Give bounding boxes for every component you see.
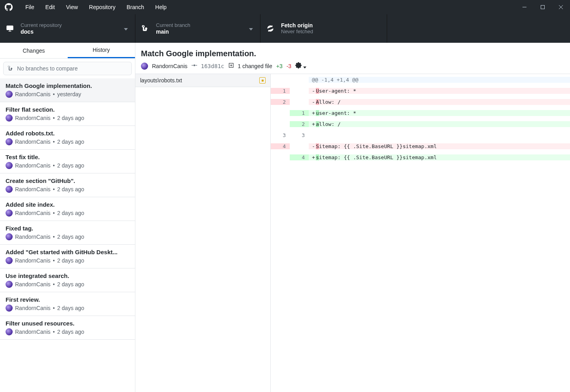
avatar <box>6 162 13 169</box>
commit-item-author: RandornCanis <box>15 91 51 97</box>
commit-list[interactable]: Match Google implementation.RandornCanis… <box>0 78 135 392</box>
deletions: -3 <box>287 63 291 69</box>
commit-item[interactable]: Use integrated search.RandornCanis•2 day… <box>0 268 135 292</box>
repo-label: Current repository <box>21 22 62 28</box>
additions: +3 <box>276 63 283 69</box>
diff-line: 2-Allow: / <box>271 96 570 107</box>
window-controls <box>515 0 570 14</box>
maximize-button[interactable] <box>534 0 552 14</box>
menu-edit[interactable]: Edit <box>40 0 61 14</box>
menu-file[interactable]: File <box>20 0 40 14</box>
tab-changes[interactable]: Changes <box>0 43 68 58</box>
modified-icon <box>259 77 266 84</box>
svg-point-7 <box>193 65 195 66</box>
avatar <box>6 138 13 145</box>
commit-item[interactable]: Fixed tag.RandornCanis•2 days ago <box>0 221 135 245</box>
commit-item-title: Fixed tag. <box>6 225 129 232</box>
diff-line: 4-Sitemap: {{ .Site.BaseURL }}sitemap.xm… <box>271 141 570 152</box>
commit-item[interactable]: Filter flat section.RandornCanis•2 days … <box>0 102 135 126</box>
avatar <box>6 209 13 217</box>
commit-item-author: RandornCanis <box>15 115 51 121</box>
commit-item-author: RandornCanis <box>15 139 51 145</box>
menu-branch[interactable]: Branch <box>121 0 150 14</box>
branch-compare-select[interactable]: No branches to compare <box>3 62 132 75</box>
github-logo-icon <box>5 3 13 11</box>
commit-item-time: 2 days ago <box>57 139 84 145</box>
svg-rect-1 <box>541 6 545 9</box>
commit-item-author: RandornCanis <box>15 162 51 169</box>
avatar <box>6 328 13 335</box>
branch-icon <box>142 25 149 32</box>
commit-item-time: 2 days ago <box>57 234 84 240</box>
commit-sha: 163d81c <box>201 63 224 69</box>
commit-item[interactable]: Added site index.RandornCanis•2 days ago <box>0 197 135 221</box>
sync-icon <box>267 25 274 32</box>
commit-item-title: Added site index. <box>6 201 129 208</box>
avatar <box>6 257 13 264</box>
changed-files-list: layouts\robots.txt <box>135 74 271 392</box>
commit-item-author: RandornCanis <box>15 329 51 335</box>
file-name: layouts\robots.txt <box>140 77 259 84</box>
diff-line: @@ -1,4 +1,4 @@ <box>271 74 570 85</box>
commit-item[interactable]: Added "Get started with GitHub Deskt...R… <box>0 245 135 268</box>
commit-item-time: 2 days ago <box>57 329 84 335</box>
menu-help[interactable]: Help <box>150 0 172 14</box>
commit-item-author: RandornCanis <box>15 186 51 192</box>
avatar <box>6 91 13 98</box>
close-button[interactable] <box>552 0 570 14</box>
branch-selector[interactable]: Current branch main <box>135 14 260 43</box>
commit-item[interactable]: Filter unused resources.RandornCanis•2 d… <box>0 316 135 340</box>
commit-item-title: Test fix title. <box>6 154 129 160</box>
avatar <box>141 63 148 70</box>
diff-line: 2+allow: / <box>271 118 570 129</box>
commit-item-author: RandornCanis <box>15 305 51 311</box>
minimize-button[interactable] <box>515 0 534 14</box>
diff-line: 33 <box>271 129 570 141</box>
desktop-icon <box>6 25 13 32</box>
diff-line: 1+user-agent: * <box>271 107 570 118</box>
commit-item-title: Use integrated search. <box>6 272 129 279</box>
commit-title: Match Google implementation. <box>141 49 564 58</box>
avatar <box>6 281 13 288</box>
diff-options-button[interactable] <box>295 62 306 70</box>
commit-author: RandornCanis <box>152 63 188 69</box>
fetch-button[interactable]: Fetch origin Never fetched <box>260 14 387 43</box>
commit-item-time: 2 days ago <box>57 162 84 169</box>
files-changed: 1 changed file <box>238 63 272 69</box>
tab-history[interactable]: History <box>68 43 135 58</box>
commit-item-author: RandornCanis <box>15 281 51 287</box>
commit-sha-icon <box>192 63 197 69</box>
commit-item-time: 2 days ago <box>57 305 84 311</box>
sidebar: Changes History No branches to compare M… <box>0 43 135 392</box>
branch-icon <box>8 65 14 72</box>
diff-view[interactable]: @@ -1,4 +1,4 @@1-User-agent: *2-Allow: /… <box>271 74 570 392</box>
commit-item-author: RandornCanis <box>15 234 51 240</box>
menu-view[interactable]: View <box>61 0 84 14</box>
changed-file[interactable]: layouts\robots.txt <box>135 74 270 87</box>
chevron-down-icon <box>124 25 128 32</box>
commit-item[interactable]: Test fix title.RandornCanis•2 days ago <box>0 150 135 173</box>
commit-item-time: 2 days ago <box>57 257 84 264</box>
title-bar: FileEditViewRepositoryBranchHelp <box>0 0 570 14</box>
commit-item[interactable]: Added robots.txt.RandornCanis•2 days ago <box>0 126 135 150</box>
diff-line: 4+sitemap: {{ .Site.BaseURL }}sitemap.xm… <box>271 152 570 163</box>
commit-item[interactable]: Create section "GitHub".RandornCanis•2 d… <box>0 173 135 197</box>
commit-item[interactable]: First review.RandornCanis•2 days ago <box>0 292 135 316</box>
repo-selector[interactable]: Current repository docs <box>0 14 135 43</box>
commit-item-title: Added robots.txt. <box>6 130 129 137</box>
diff-line: 1-User-agent: * <box>271 85 570 96</box>
avatar <box>6 186 13 193</box>
avatar <box>6 114 13 122</box>
app-menu: FileEditViewRepositoryBranchHelp <box>20 0 172 14</box>
commit-item-author: RandornCanis <box>15 257 51 264</box>
commit-item-time: 2 days ago <box>57 281 84 287</box>
commit-item-time: 2 days ago <box>57 186 84 192</box>
toolbar: Current repository docs Current branch m… <box>0 14 570 43</box>
diff-icon <box>228 63 234 69</box>
avatar <box>6 233 13 240</box>
menu-repository[interactable]: Repository <box>84 0 121 14</box>
commit-item[interactable]: Match Google implementation.RandornCanis… <box>0 78 135 102</box>
commit-detail: Match Google implementation. RandornCani… <box>135 43 570 392</box>
branch-compare-placeholder: No branches to compare <box>17 65 78 72</box>
chevron-down-icon <box>249 25 253 32</box>
